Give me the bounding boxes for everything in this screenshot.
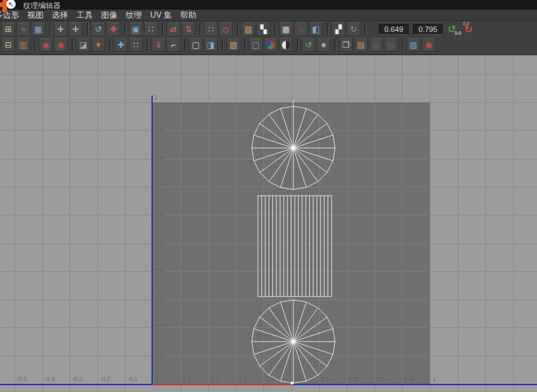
uv-unit-square [153,102,430,384]
snap-corner-icon[interactable]: ∷ [204,22,218,36]
toolbar-separator [402,39,404,51]
toolbar-separator [364,23,366,35]
rotate-uvs-ccw-icon[interactable]: ↺ [91,22,105,36]
layout-uvs-icon[interactable]: ▣ [129,22,143,36]
uv-smudge-tool-icon[interactable]: ≈ [16,22,30,36]
toolbar-separator [72,39,74,51]
move-uv-shell-tool-icon[interactable]: ▦ [31,22,45,36]
grid-line [485,55,486,392]
menu-item-7[interactable]: 帮助 [176,9,201,22]
flip-uvs-icon[interactable]: ✚ [106,22,120,36]
arrow-cursor-icon: ↖ [6,0,16,9]
grid-line [153,159,430,160]
grid-line [347,102,347,384]
toolbar-separator [34,39,36,51]
paste-uvs-icon[interactable]: ▤ [354,38,368,52]
toolbar-separator [184,39,186,51]
copy-paste-mode-faces-icon[interactable]: ▧ [407,38,420,52]
align-uv-vertical-icon[interactable]: ✛ [54,22,68,36]
menu-item-2[interactable]: 选择 [48,9,72,22]
toolbar-separator [49,23,51,35]
uv-canvas[interactable]: -0.5-0.4-0.3-0.2-0.100.10.20.30.40.50.60… [0,55,537,392]
stack-shells-icon[interactable]: ✚ [114,38,128,52]
toolbar-row-2: ⊟▥◉◉◪✶✚∷⇓⌐▢◨▧▢↺∗❐▤▤▤▧◉ [1,37,437,52]
u-value-field[interactable]: 0.649 [379,24,409,35]
overlap-display-icon[interactable]: ◧ [309,22,323,36]
menu-item-4[interactable]: 图像 [97,9,121,22]
grid-line [430,55,431,392]
toolbar-separator [199,23,201,35]
grid-line [153,187,430,187]
ruler-label: 1 [154,95,158,101]
menu-item-5[interactable]: 纹理 [121,9,146,22]
toolbar-separator [162,23,164,35]
align-corner-icon[interactable]: ⌐ [166,38,180,52]
menu-item-6[interactable]: UV 集 [146,9,176,22]
menu-item-3[interactable]: 工具 [72,9,97,22]
grid-line [513,55,514,392]
grid-line [98,55,98,392]
toolbar-separator [87,23,89,35]
toolbar-separator [237,23,239,35]
toolbar-separator [297,39,299,51]
edit-image-icon[interactable]: ▧ [227,38,240,52]
grid-line [402,102,403,384]
rotate-45-icon[interactable]: ◇ [219,22,233,36]
ruler-label: -0.5 [16,376,27,382]
v-value-field[interactable]: 0.795 [413,24,443,35]
refresh-pixels-icon[interactable]: ↻ [347,22,360,36]
orient-shells-icon[interactable]: ✶ [91,38,105,52]
swap-uv-icon[interactable]: ↺ [302,38,315,52]
ruler-label: -0.4 [44,376,55,382]
uv-lattice-tool-b-icon[interactable]: ⊟ [1,38,15,52]
rgb-channels-icon[interactable] [264,38,278,52]
toolbar: ⊞≈▦✛✛↺✚▣∷⇄⇅∷◇▨▚▦∩◧▞↻0.6490.795↺0.0↻0.0 ⊟… [0,21,537,55]
app-window-icon: ↖ [0,0,18,18]
alpha-channel-icon[interactable] [279,38,293,52]
grid-line [0,74,537,75]
rotate-value-cw-button[interactable]: ↻0.0 [463,22,478,37]
menu-bar: 多边形视图选择工具图像纹理UV 集帮助 [0,10,537,21]
texture-borders-icon[interactable]: ◨ [204,38,218,52]
grid-line [458,55,459,392]
uv-snapshot-icon[interactable]: ▨ [242,22,255,36]
copy-paste-mode-uvs-icon[interactable]: ◉ [422,38,435,52]
rotate-ccw-step-icon[interactable]: ◉ [39,38,53,52]
paste-v-disabled-icon[interactable]: ▤ [384,38,398,52]
flip-diagonal-icon[interactable]: ◪ [76,38,90,52]
grid-line [42,55,43,392]
align-uv-horizontal-icon[interactable]: ✛ [69,22,83,36]
spread-shells-icon[interactable]: ∷ [129,38,143,52]
grid-line [70,55,70,392]
checker-cycle-icon[interactable]: ▞ [332,22,345,36]
paste-u-disabled-icon[interactable]: ▤ [369,38,383,52]
grid-line [153,243,430,244]
checker-toggle-icon[interactable]: ▚ [257,22,270,36]
unfold-v-icon[interactable]: ⇅ [182,22,195,36]
rotate-value-ccw-button[interactable]: ↺0.0 [447,22,461,37]
unfold-down-icon[interactable]: ⇓ [151,38,165,52]
toolbar-separator [274,23,276,35]
ruler-label: -0.1 [127,376,138,382]
snap-magnet-icon[interactable]: ∩ [294,22,308,36]
copy-uvs-icon[interactable]: ❐ [339,38,353,52]
rotate-cw-step-icon[interactable]: ◉ [54,38,68,52]
grid-line [153,215,430,215]
image-display-icon[interactable]: ▢ [249,38,263,52]
v-axis-blue-line [151,95,153,384]
uv-lattice-tool-icon[interactable]: ⊞ [1,22,15,36]
toolbar-separator [109,39,111,51]
v-axis-green-tick [153,375,154,384]
select-shell-lasso-icon[interactable]: ▥ [16,38,30,52]
toolbar-separator [334,39,336,51]
pixel-snap-icon[interactable]: ∗ [317,38,330,52]
ruler-label: -0.3 [72,376,83,382]
layout-grid-icon[interactable]: ∷ [144,22,158,36]
grid-line [375,102,375,384]
grid-line [14,55,15,392]
u-axis-red-segment [153,384,292,385]
menu-item-1[interactable]: 视图 [23,9,48,22]
grid-toggle-icon[interactable]: ▦ [279,22,293,36]
marquee-select-icon[interactable]: ▢ [189,38,203,52]
unfold-u-icon[interactable]: ⇄ [166,22,180,36]
